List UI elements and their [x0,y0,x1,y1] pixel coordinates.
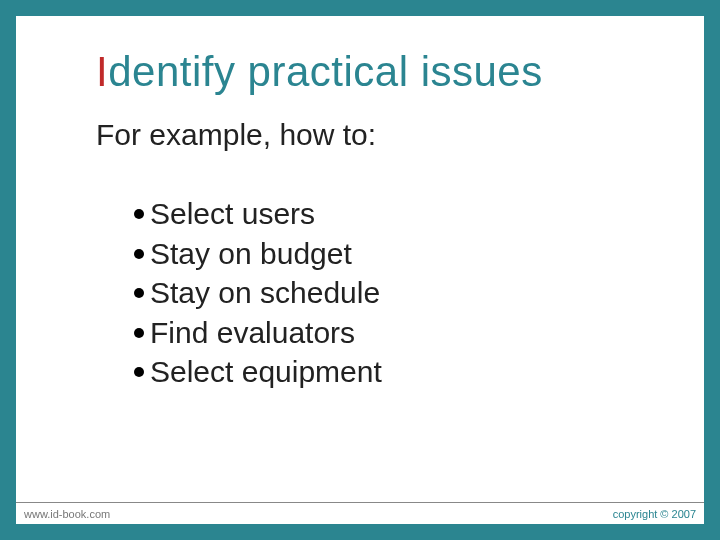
slide-footer: www.id-book.com copyright © 2007 [16,502,704,524]
slide-frame: Identify practical issues For example, h… [0,0,720,540]
slide-content: Identify practical issues For example, h… [96,48,684,392]
list-item: Stay on schedule [134,273,684,313]
slide-title: Identify practical issues [96,48,684,96]
bullet-text: Select equipment [150,355,382,388]
title-first-letter: I [96,48,108,95]
title-rest: dentify practical issues [108,48,543,95]
bullet-icon [134,209,144,219]
bullet-icon [134,328,144,338]
bullet-text: Find evaluators [150,316,355,349]
bullet-list: Select users Stay on budget Stay on sche… [134,194,684,392]
list-item: Stay on budget [134,234,684,274]
footer-url: www.id-book.com [24,508,110,520]
bullet-icon [134,249,144,259]
bullet-icon [134,288,144,298]
list-item: Find evaluators [134,313,684,353]
list-item: Select equipment [134,352,684,392]
bullet-icon [134,367,144,377]
bullet-text: Stay on schedule [150,276,380,309]
slide-subtitle: For example, how to: [96,118,684,152]
list-item: Select users [134,194,684,234]
footer-copyright: copyright © 2007 [613,508,696,520]
bullet-text: Select users [150,197,315,230]
bullet-text: Stay on budget [150,237,352,270]
